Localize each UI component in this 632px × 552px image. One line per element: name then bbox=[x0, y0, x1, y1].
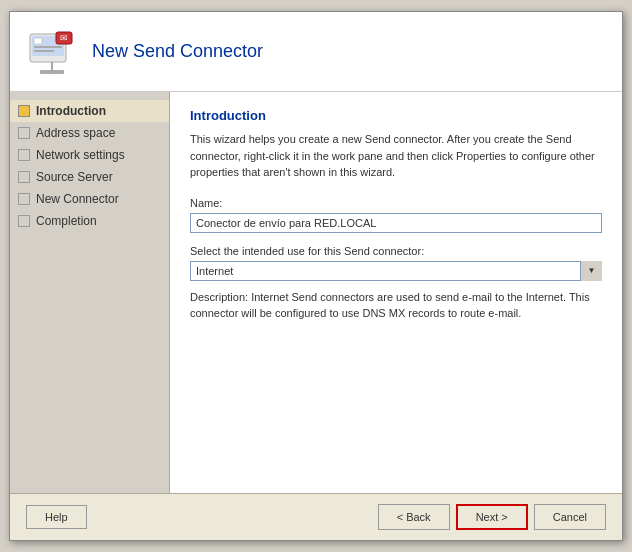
dialog-footer: Help < Back Next > Cancel bbox=[10, 493, 622, 540]
svg-rect-8 bbox=[40, 70, 64, 74]
sidebar: Introduction Address space Network setti… bbox=[10, 92, 170, 493]
dialog: ✉ New Send Connector Introduction Addres… bbox=[9, 11, 623, 541]
svg-text:✉: ✉ bbox=[60, 33, 68, 43]
sidebar-item-address-space[interactable]: Address space bbox=[10, 122, 169, 144]
svg-rect-4 bbox=[34, 50, 54, 52]
sidebar-item-label: Address space bbox=[36, 126, 115, 140]
dialog-body: Introduction Address space Network setti… bbox=[10, 92, 622, 493]
sidebar-item-introduction[interactable]: Introduction bbox=[10, 100, 169, 122]
bullet-icon bbox=[18, 193, 30, 205]
bullet-icon bbox=[18, 215, 30, 227]
bullet-icon bbox=[18, 149, 30, 161]
footer-right: < Back Next > Cancel bbox=[378, 504, 606, 530]
help-button[interactable]: Help bbox=[26, 505, 87, 529]
sidebar-item-label: Introduction bbox=[36, 104, 106, 118]
sidebar-item-label: Network settings bbox=[36, 148, 125, 162]
intended-use-select[interactable]: Internet Internal Partner Custom bbox=[190, 261, 602, 281]
select-label: Select the intended use for this Send co… bbox=[190, 245, 602, 257]
back-button[interactable]: < Back bbox=[378, 504, 450, 530]
svg-rect-3 bbox=[34, 46, 62, 48]
name-label: Name: bbox=[190, 197, 602, 209]
bullet-icon bbox=[18, 127, 30, 139]
select-wrapper: Internet Internal Partner Custom bbox=[190, 261, 602, 281]
header-icon: ✉ bbox=[26, 26, 78, 78]
sidebar-item-label: New Connector bbox=[36, 192, 119, 206]
description-text: Description: Internet Send connectors ar… bbox=[190, 289, 602, 322]
bullet-icon bbox=[18, 105, 30, 117]
sidebar-item-source-server[interactable]: Source Server bbox=[10, 166, 169, 188]
dialog-title: New Send Connector bbox=[92, 41, 263, 62]
name-input[interactable] bbox=[190, 213, 602, 233]
next-button[interactable]: Next > bbox=[456, 504, 528, 530]
sidebar-item-completion[interactable]: Completion bbox=[10, 210, 169, 232]
sidebar-item-label: Source Server bbox=[36, 170, 113, 184]
svg-rect-2 bbox=[34, 38, 42, 44]
main-content: Introduction This wizard helps you creat… bbox=[170, 92, 622, 493]
dialog-header: ✉ New Send Connector bbox=[10, 12, 622, 92]
intro-text: This wizard helps you create a new Send … bbox=[190, 131, 602, 181]
bullet-icon bbox=[18, 171, 30, 183]
sidebar-item-new-connector[interactable]: New Connector bbox=[10, 188, 169, 210]
section-title: Introduction bbox=[190, 108, 602, 123]
sidebar-item-label: Completion bbox=[36, 214, 97, 228]
cancel-button[interactable]: Cancel bbox=[534, 504, 606, 530]
footer-left: Help bbox=[26, 505, 87, 529]
sidebar-item-network-settings[interactable]: Network settings bbox=[10, 144, 169, 166]
